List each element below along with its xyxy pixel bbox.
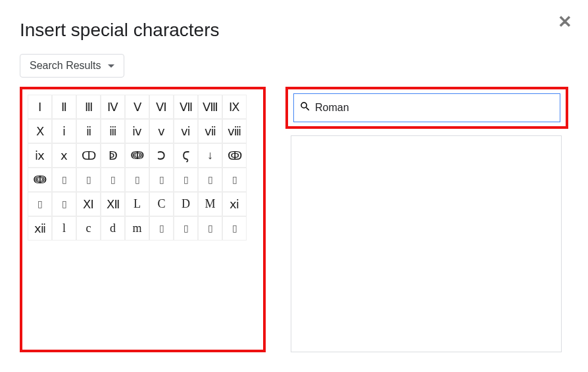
character-cell[interactable]: ↓ [198,143,222,168]
character-cell[interactable]: C [149,192,174,216]
dropdown-label: Search Results [30,60,101,72]
character-cell[interactable]: ⅵ [174,119,198,143]
character-cell[interactable]: ▯ [149,216,174,241]
character-cell[interactable]: ▯ [198,168,222,192]
character-cell[interactable]: Ⅲ [76,95,101,119]
character-cell[interactable]: ↂ [222,143,247,168]
character-cell[interactable]: ↀ [76,143,101,168]
character-cell[interactable]: ▯ [149,168,174,192]
character-results-panel: ⅠⅡⅢⅣⅤⅥⅦⅧⅨⅩⅰⅱⅲⅳⅴⅵⅶⅷⅸⅹↀↁↈↃϚ↓ↂↈ▯▯▯▯▯▯▯▯▯▯ⅪⅫ… [20,87,266,352]
character-cell[interactable]: c [76,216,101,241]
dialog-title: Insert special characters [20,20,568,41]
character-cell[interactable]: Ⅵ [149,95,174,119]
character-cell[interactable]: Ϛ [174,143,198,168]
search-highlight-box [285,87,568,129]
search-icon [299,101,311,115]
chevron-down-icon [108,64,114,68]
character-cell[interactable]: ⅷ [222,119,247,143]
character-cell[interactable]: Ⅰ [28,95,52,119]
character-cell[interactable]: ▯ [174,216,198,241]
character-cell[interactable]: L [125,192,149,216]
character-cell[interactable]: ⅱ [76,119,101,143]
character-cell[interactable]: l [52,216,76,241]
character-cell[interactable]: Ⅱ [52,95,76,119]
character-cell[interactable]: ▯ [101,168,125,192]
character-cell[interactable]: ⅳ [125,119,149,143]
character-cell[interactable]: ▯ [28,192,52,216]
character-cell[interactable]: ⅰ [52,119,76,143]
category-dropdown[interactable]: Search Results [20,54,124,78]
character-cell[interactable]: ▯ [174,168,198,192]
draw-panel[interactable] [291,135,562,352]
character-cell[interactable]: Ⅻ [101,192,125,216]
character-cell[interactable]: ▯ [76,168,101,192]
character-cell[interactable]: D [174,192,198,216]
character-cell[interactable]: Ↄ [149,143,174,168]
close-icon: ✕ [558,12,572,32]
character-cell[interactable]: Ⅹ [28,119,52,143]
character-cell[interactable]: ▯ [125,168,149,192]
character-cell[interactable]: ▯ [222,216,247,241]
character-cell[interactable]: ⅲ [101,119,125,143]
character-cell[interactable]: Ⅶ [174,95,198,119]
character-cell[interactable]: Ⅺ [76,192,101,216]
character-grid: ⅠⅡⅢⅣⅤⅥⅦⅧⅨⅩⅰⅱⅲⅳⅴⅵⅶⅷⅸⅹↀↁↈↃϚ↓ↂↈ▯▯▯▯▯▯▯▯▯▯ⅪⅫ… [28,95,258,241]
character-cell[interactable]: ⅹ [52,143,76,168]
character-cell[interactable]: m [125,216,149,241]
character-cell[interactable]: ↈ [125,143,149,168]
character-cell[interactable]: M [198,192,222,216]
character-cell[interactable]: ▯ [52,192,76,216]
character-cell[interactable]: d [101,216,125,241]
character-cell[interactable]: Ⅸ [222,95,247,119]
character-cell[interactable]: Ⅳ [101,95,125,119]
character-cell[interactable]: ▯ [52,168,76,192]
character-cell[interactable]: ▯ [222,168,247,192]
character-cell[interactable]: ⅺ [222,192,247,216]
character-cell[interactable]: ↈ [28,168,52,192]
character-cell[interactable]: ↁ [101,143,125,168]
character-cell[interactable]: ⅶ [198,119,222,143]
close-button[interactable]: ✕ [558,13,572,30]
character-cell[interactable]: ⅴ [149,119,174,143]
character-cell[interactable]: Ⅷ [198,95,222,119]
character-cell[interactable]: ▯ [198,216,222,241]
character-cell[interactable]: ⅸ [28,143,52,168]
character-cell[interactable]: ⅻ [28,216,52,241]
search-box[interactable] [293,93,560,122]
search-input[interactable] [311,101,554,114]
character-cell[interactable]: Ⅴ [125,95,149,119]
